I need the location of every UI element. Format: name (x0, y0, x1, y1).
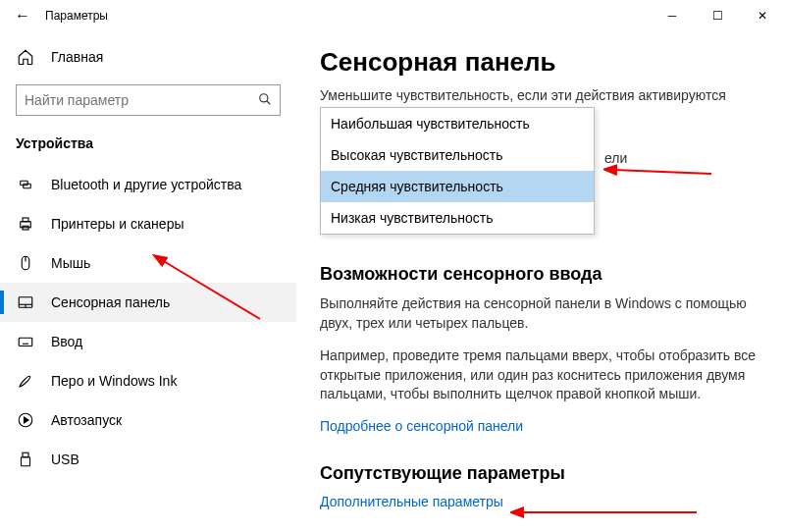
pen-icon (16, 372, 35, 390)
nav-list: Bluetooth и другие устройства Принтеры и… (0, 165, 296, 532)
minimize-button[interactable]: ─ (650, 0, 695, 31)
nav-label: Ввод (51, 334, 82, 349)
search-icon (258, 92, 272, 109)
svg-rect-3 (24, 184, 31, 188)
svg-rect-2 (21, 181, 28, 186)
home-icon (16, 48, 35, 66)
home-label: Главная (51, 49, 103, 65)
category-heading: Устройства (0, 126, 296, 165)
page-heading: Сенсорная панель (320, 47, 765, 78)
nav-label: Перо и Windows Ink (51, 373, 177, 389)
nav-label: Bluetooth и другие устройства (51, 177, 241, 192)
sidebar: Главная Устройства Bluetooth и другие ус… (0, 31, 296, 532)
nav-bluetooth[interactable]: Bluetooth и другие устройства (0, 165, 296, 204)
nav-label: Принтеры и сканеры (51, 216, 183, 232)
close-button[interactable]: ✕ (740, 0, 785, 31)
section-heading-related: Сопутствующие параметры (320, 463, 765, 484)
window-title: Параметры (37, 9, 108, 23)
svg-point-0 (260, 93, 268, 101)
dropdown-option-selected[interactable]: Средняя чувствительность (321, 171, 594, 202)
back-button[interactable]: ← (8, 7, 37, 25)
keyboard-icon (16, 333, 35, 350)
nav-typing[interactable]: Ввод (0, 322, 296, 361)
nav-label: USB (51, 452, 79, 467)
usb-icon (16, 451, 35, 468)
autoplay-icon (16, 411, 35, 429)
svg-rect-20 (22, 457, 30, 466)
svg-rect-12 (19, 338, 32, 346)
svg-rect-5 (23, 218, 28, 222)
additional-params-link[interactable]: Дополнительные параметры (320, 494, 765, 509)
svg-rect-4 (21, 222, 31, 228)
dropdown-option[interactable]: Низкая чувствительность (321, 202, 594, 234)
learn-more-link[interactable]: Подробнее о сенсорной панели (320, 418, 765, 434)
nav-printers[interactable]: Принтеры и сканеры (0, 204, 296, 243)
svg-marker-18 (25, 417, 29, 423)
sensitivity-dropdown[interactable]: Наибольшая чувствительность Высокая чувс… (320, 107, 595, 235)
nav-label: Автозапуск (51, 412, 122, 428)
dropdown-option[interactable]: Наибольшая чувствительность (321, 108, 594, 139)
touchpad-icon (16, 293, 35, 311)
nav-touchpad[interactable]: Сенсорная панель (0, 283, 296, 322)
maximize-button[interactable]: ☐ (695, 0, 740, 31)
dropdown-option[interactable]: Высокая чувствительность (321, 139, 594, 171)
content-area: Сенсорная панель Уменьшите чувствительно… (296, 31, 785, 532)
nav-mouse[interactable]: Мышь (0, 243, 296, 283)
printer-icon (16, 215, 35, 233)
nav-autoplay[interactable]: Автозапуск (0, 400, 296, 440)
search-box[interactable] (16, 84, 281, 116)
section-heading-gestures: Возможности сенсорного ввода (320, 264, 765, 285)
mouse-icon (16, 254, 35, 272)
nav-label: Сенсорная панель (51, 294, 170, 310)
svg-rect-19 (23, 452, 28, 457)
bluetooth-icon (16, 176, 35, 193)
home-link[interactable]: Главная (0, 39, 296, 75)
nav-usb[interactable]: USB (0, 440, 296, 479)
gestures-para2: Например, проведите тремя пальцами вверх… (320, 346, 765, 404)
svg-line-1 (267, 100, 271, 104)
obscured-text: ели (604, 150, 627, 166)
titlebar: ← Параметры ─ ☐ ✕ (0, 0, 785, 31)
nav-pen[interactable]: Перо и Windows Ink (0, 361, 296, 400)
gestures-para1: Выполняйте действия на сенсорной панели … (320, 294, 765, 333)
nav-label: Мышь (51, 255, 90, 271)
search-input[interactable] (25, 92, 258, 108)
sensitivity-desc: Уменьшите чувствительность, если эти дей… (320, 87, 765, 103)
